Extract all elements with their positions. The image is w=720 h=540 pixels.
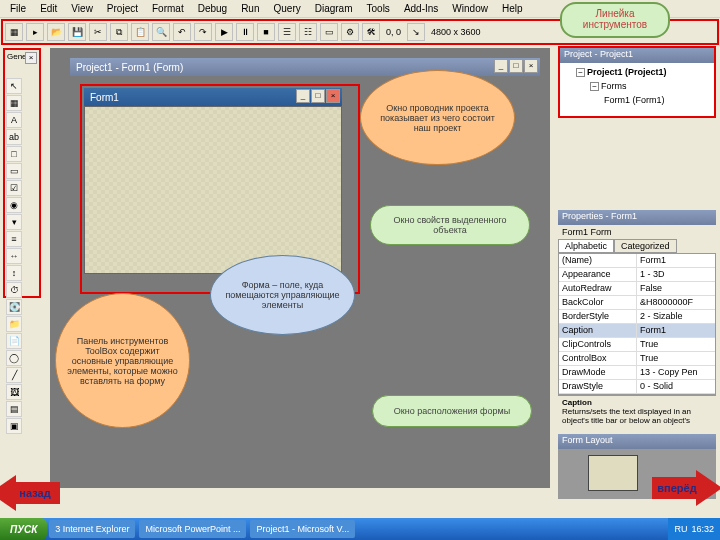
tree-forms-folder[interactable]: −Forms xyxy=(562,79,712,93)
copy-icon[interactable]: ⧉ xyxy=(110,23,128,41)
redo-icon[interactable]: ↷ xyxy=(194,23,212,41)
property-description: Caption Returns/sets the text displayed … xyxy=(558,395,716,427)
tree-project-node[interactable]: −Project1 (Project1) xyxy=(562,65,712,79)
hscroll-tool-icon[interactable]: ↔ xyxy=(6,248,22,264)
file-tool-icon[interactable]: 📄 xyxy=(6,333,22,349)
system-tray[interactable]: RU 16:32 xyxy=(668,518,720,540)
toolbox-icon[interactable]: 🛠 xyxy=(362,23,380,41)
option-tool-icon[interactable]: ◉ xyxy=(6,197,22,213)
coords-display: 0, 0 xyxy=(383,27,404,37)
menu-tools[interactable]: Tools xyxy=(361,2,396,15)
menu-query[interactable]: Query xyxy=(267,2,306,15)
object-browser-icon[interactable]: ⚙ xyxy=(341,23,359,41)
nav-forward-button[interactable]: вперёд xyxy=(642,470,712,506)
menu-window[interactable]: Window xyxy=(446,2,494,15)
menu-run[interactable]: Run xyxy=(235,2,265,15)
dir-tool-icon[interactable]: 📁 xyxy=(6,316,22,332)
label-tool-icon[interactable]: A xyxy=(6,112,22,128)
combobox-tool-icon[interactable]: ▾ xyxy=(6,214,22,230)
tab-categorized[interactable]: Categorized xyxy=(614,239,677,253)
label-toolbar-callout: Линейка инструментов xyxy=(560,2,670,38)
properties-icon[interactable]: ☷ xyxy=(299,23,317,41)
form-close-icon[interactable]: × xyxy=(326,89,340,103)
collapse-icon[interactable]: − xyxy=(590,82,599,91)
undo-icon[interactable]: ↶ xyxy=(173,23,191,41)
timer-tool-icon[interactable]: ⏱ xyxy=(6,282,22,298)
nav-back-button[interactable]: назад xyxy=(0,475,70,511)
form-maximize-icon[interactable]: □ xyxy=(311,89,325,103)
pause-icon[interactable]: ⏸ xyxy=(236,23,254,41)
run-icon[interactable]: ▶ xyxy=(215,23,233,41)
collapse-icon[interactable]: − xyxy=(576,68,585,77)
open-icon[interactable]: 📂 xyxy=(47,23,65,41)
form-layout-header: Form Layout xyxy=(558,434,716,449)
vscroll-tool-icon[interactable]: ↕ xyxy=(6,265,22,281)
project-explorer-header: Project - Project1 xyxy=(560,48,714,63)
tray-time: 16:32 xyxy=(691,524,714,534)
menu-file[interactable]: File xyxy=(4,2,32,15)
menu-addins[interactable]: Add-Ins xyxy=(398,2,444,15)
ole-tool-icon[interactable]: ▣ xyxy=(6,418,22,434)
textbox-tool-icon[interactable]: ab xyxy=(6,129,22,145)
form-layout-mini-form[interactable] xyxy=(588,455,638,491)
menu-help[interactable]: Help xyxy=(496,2,529,15)
properties-object-selector[interactable]: Form1 Form xyxy=(558,225,716,239)
add-form-icon[interactable]: ▸ xyxy=(26,23,44,41)
size-display: 4800 x 3600 xyxy=(428,27,484,37)
position-icon: ↘ xyxy=(407,23,425,41)
drive-tool-icon[interactable]: 💽 xyxy=(6,299,22,315)
tree-form-item[interactable]: Form1 (Form1) xyxy=(562,93,712,107)
menu-debug[interactable]: Debug xyxy=(192,2,233,15)
line-tool-icon[interactable]: ╱ xyxy=(6,367,22,383)
frame-tool-icon[interactable]: □ xyxy=(6,146,22,162)
taskbar-item-powerpoint[interactable]: Microsoft PowerPoint ... xyxy=(139,520,246,538)
project-explorer-panel: Project - Project1 −Project1 (Project1) … xyxy=(558,46,716,118)
taskbar-item-ie[interactable]: 3 Internet Explorer xyxy=(49,520,135,538)
project-explorer-icon[interactable]: ☰ xyxy=(278,23,296,41)
form-designer[interactable]: Form1 _ □ × xyxy=(84,88,342,276)
picturebox-tool-icon[interactable]: ▦ xyxy=(6,95,22,111)
save-icon[interactable]: 💾 xyxy=(68,23,86,41)
properties-grid[interactable]: (Name)Form1 Appearance1 - 3D AutoRedrawF… xyxy=(558,253,716,395)
tab-alphabetic[interactable]: Alphabetic xyxy=(558,239,614,253)
paste-icon[interactable]: 📋 xyxy=(131,23,149,41)
menu-view[interactable]: View xyxy=(65,2,99,15)
callout-form: Форма – поле, куда помещаются управляющи… xyxy=(210,255,355,335)
close-icon[interactable]: × xyxy=(524,59,538,73)
menu-edit[interactable]: Edit xyxy=(34,2,63,15)
form-design-surface[interactable] xyxy=(84,106,342,274)
tray-lang[interactable]: RU xyxy=(674,524,687,534)
toolbox-close-icon[interactable]: × xyxy=(25,52,37,64)
callout-properties: Окно свойств выделенного объекта xyxy=(370,205,530,245)
taskbar: ПУСК 3 Internet Explorer Microsoft Power… xyxy=(0,518,720,540)
properties-panel: Properties - Form1 Form1 Form Alphabetic… xyxy=(558,210,716,430)
menu-format[interactable]: Format xyxy=(146,2,190,15)
callout-layout: Окно расположения формы xyxy=(372,395,532,427)
taskbar-item-vb[interactable]: Project1 - Microsoft V... xyxy=(250,520,355,538)
menu-project[interactable]: Project xyxy=(101,2,144,15)
minimize-icon[interactable]: _ xyxy=(494,59,508,73)
new-project-icon[interactable]: ▦ xyxy=(5,23,23,41)
pointer-tool-icon[interactable]: ↖ xyxy=(6,78,22,94)
callout-explorer: Окно проводник проекта показывает из чег… xyxy=(360,70,515,165)
callout-toolbox: Панель инструментов ToolBox содержит осн… xyxy=(55,293,190,428)
image-tool-icon[interactable]: 🖼 xyxy=(6,384,22,400)
start-button[interactable]: ПУСК xyxy=(0,518,47,540)
checkbox-tool-icon[interactable]: ☑ xyxy=(6,180,22,196)
listbox-tool-icon[interactable]: ≡ xyxy=(6,231,22,247)
button-tool-icon[interactable]: ▭ xyxy=(6,163,22,179)
shape-tool-icon[interactable]: ◯ xyxy=(6,350,22,366)
properties-header: Properties - Form1 xyxy=(558,210,716,225)
find-icon[interactable]: 🔍 xyxy=(152,23,170,41)
maximize-icon[interactable]: □ xyxy=(509,59,523,73)
data-tool-icon[interactable]: ▤ xyxy=(6,401,22,417)
form-layout-icon[interactable]: ▭ xyxy=(320,23,338,41)
form-minimize-icon[interactable]: _ xyxy=(296,89,310,103)
stop-icon[interactable]: ■ xyxy=(257,23,275,41)
toolbox-panel: × General ↖ ▦ A ab □ ▭ ☑ ◉ ▾ ≡ ↔ ↕ ⏱ 💽 📁… xyxy=(3,48,41,298)
cut-icon[interactable]: ✂ xyxy=(89,23,107,41)
menu-diagram[interactable]: Diagram xyxy=(309,2,359,15)
